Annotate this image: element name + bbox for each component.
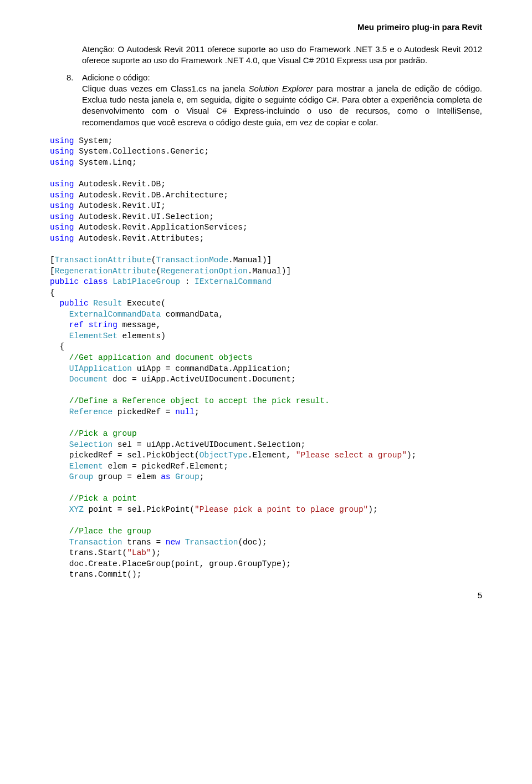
page-container: Meu primeiro plug-in para Revit Atenção:… [0, 0, 532, 617]
attention-paragraph: Atenção: O Autodesk Revit 2011 oferece s… [66, 44, 482, 67]
solution-explorer-term: Solution Explorer [249, 84, 313, 93]
document-header: Meu primeiro plug-in para Revit [50, 22, 482, 32]
body-content: Atenção: O Autodesk Revit 2011 oferece s… [50, 44, 482, 128]
step-number: 8. [66, 72, 82, 128]
attention-text: Atenção: O Autodesk Revit 2011 oferece s… [82, 44, 482, 67]
page-number: 5 [50, 590, 482, 600]
step-8-title: Adicione o código: [82, 73, 150, 82]
step-8-text-a: Clique duas vezes em Class1.cs na janela [82, 84, 249, 93]
code-block: using System; using System.Collections.G… [50, 136, 482, 581]
step-8: 8. Adicione o código: Clique duas vezes … [66, 72, 482, 128]
